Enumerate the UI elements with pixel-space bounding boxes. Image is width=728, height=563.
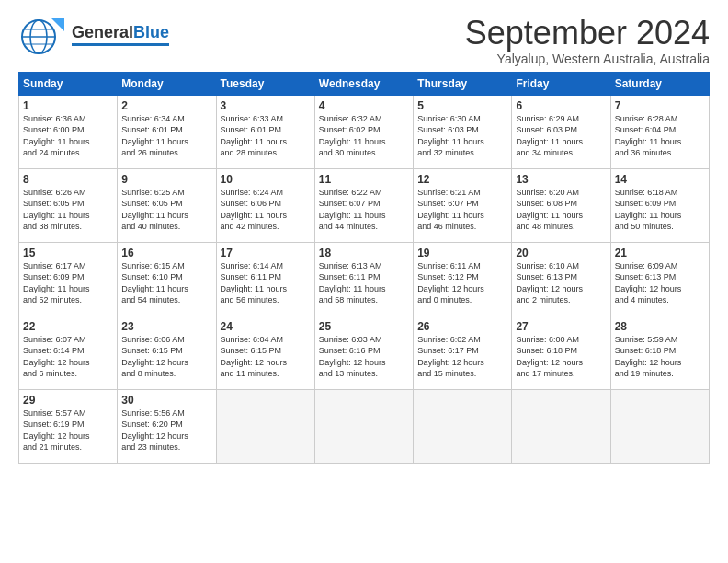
calendar-cell: 25Sunrise: 6:03 AM Sunset: 6:16 PM Dayli… [314,316,413,389]
location-subtitle: Yalyalup, Western Australia, Australia [465,52,710,66]
day-info: Sunrise: 5:57 AM Sunset: 6:19 PM Dayligh… [23,408,113,454]
day-info: Sunrise: 6:04 AM Sunset: 6:15 PM Dayligh… [221,334,311,380]
calendar-cell [414,389,512,463]
day-number: 21 [615,247,705,259]
day-info: Sunrise: 6:21 AM Sunset: 6:07 PM Dayligh… [417,187,507,233]
logo-general: General [72,23,133,41]
calendar-cell: 21Sunrise: 6:09 AM Sunset: 6:13 PM Dayli… [610,242,709,316]
calendar-cell [314,389,413,463]
day-info: Sunrise: 6:24 AM Sunset: 6:06 PM Dayligh… [221,187,311,233]
day-info: Sunrise: 6:17 AM Sunset: 6:09 PM Dayligh… [23,260,113,306]
calendar-cell: 28Sunrise: 5:59 AM Sunset: 6:18 PM Dayli… [610,316,709,389]
day-info: Sunrise: 6:33 AM Sunset: 6:01 PM Dayligh… [221,113,311,159]
calendar-week-row: 29Sunrise: 5:57 AM Sunset: 6:19 PM Dayli… [19,389,710,463]
calendar-week-row: 15Sunrise: 6:17 AM Sunset: 6:09 PM Dayli… [19,242,710,316]
logo: GeneralBlue [18,15,169,55]
calendar-cell: 22Sunrise: 6:07 AM Sunset: 6:14 PM Dayli… [19,316,118,389]
calendar-cell [512,389,610,463]
day-number: 6 [516,99,606,112]
calendar-cell: 10Sunrise: 6:24 AM Sunset: 6:06 PM Dayli… [216,168,314,242]
day-info: Sunrise: 6:02 AM Sunset: 6:17 PM Dayligh… [417,334,507,380]
calendar-cell: 11Sunrise: 6:22 AM Sunset: 6:07 PM Dayli… [314,168,413,242]
header-cell-wednesday: Wednesday [314,72,413,95]
day-info: Sunrise: 6:32 AM Sunset: 6:02 PM Dayligh… [319,113,409,159]
header-cell-tuesday: Tuesday [216,72,314,95]
calendar-week-row: 22Sunrise: 6:07 AM Sunset: 6:14 PM Dayli… [19,316,710,389]
header-cell-sunday: Sunday [19,72,118,95]
day-number: 8 [23,173,113,186]
calendar-cell: 6Sunrise: 6:29 AM Sunset: 6:03 PM Daylig… [512,95,610,168]
calendar-cell [610,389,709,463]
day-number: 1 [23,99,113,112]
day-info: Sunrise: 6:28 AM Sunset: 6:04 PM Dayligh… [615,113,705,159]
day-info: Sunrise: 6:25 AM Sunset: 6:05 PM Dayligh… [121,187,211,233]
calendar-cell: 3Sunrise: 6:33 AM Sunset: 6:01 PM Daylig… [216,95,314,168]
header-cell-friday: Friday [512,72,610,95]
calendar-cell: 29Sunrise: 5:57 AM Sunset: 6:19 PM Dayli… [19,389,118,463]
title-area: September 2024 Yalyalup, Western Austral… [465,15,710,66]
calendar-cell: 2Sunrise: 6:34 AM Sunset: 6:01 PM Daylig… [118,95,216,168]
day-number: 3 [221,99,311,112]
day-number: 27 [516,320,606,333]
calendar-cell: 4Sunrise: 6:32 AM Sunset: 6:02 PM Daylig… [314,95,413,168]
calendar-cell: 14Sunrise: 6:18 AM Sunset: 6:09 PM Dayli… [610,168,709,242]
day-number: 13 [516,173,606,186]
calendar-week-row: 1Sunrise: 6:36 AM Sunset: 6:00 PM Daylig… [19,95,710,168]
day-number: 24 [221,320,311,333]
header: GeneralBlue September 2024 Yalyalup, Wes… [18,15,710,66]
logo-underline [72,43,169,46]
day-info: Sunrise: 6:00 AM Sunset: 6:18 PM Dayligh… [516,334,606,380]
calendar-cell: 24Sunrise: 6:04 AM Sunset: 6:15 PM Dayli… [216,316,314,389]
day-number: 29 [23,394,113,407]
day-number: 20 [516,247,606,259]
day-info: Sunrise: 6:30 AM Sunset: 6:03 PM Dayligh… [417,113,507,159]
day-number: 4 [319,99,409,112]
calendar-cell: 27Sunrise: 6:00 AM Sunset: 6:18 PM Dayli… [512,316,610,389]
day-number: 17 [221,247,311,259]
header-cell-saturday: Saturday [610,72,709,95]
calendar-cell: 18Sunrise: 6:13 AM Sunset: 6:11 PM Dayli… [314,242,413,316]
header-cell-thursday: Thursday [414,72,512,95]
calendar-cell: 30Sunrise: 5:56 AM Sunset: 6:20 PM Dayli… [118,389,216,463]
day-number: 15 [23,247,113,259]
day-number: 30 [121,394,211,407]
logo-icon [18,15,68,55]
calendar-cell: 5Sunrise: 6:30 AM Sunset: 6:03 PM Daylig… [414,95,512,168]
day-number: 14 [615,173,705,186]
calendar-cell: 9Sunrise: 6:25 AM Sunset: 6:05 PM Daylig… [118,168,216,242]
day-number: 2 [121,99,211,112]
day-info: Sunrise: 6:03 AM Sunset: 6:16 PM Dayligh… [319,334,409,380]
day-number: 10 [221,173,311,186]
day-info: Sunrise: 6:10 AM Sunset: 6:13 PM Dayligh… [516,260,606,306]
day-info: Sunrise: 6:36 AM Sunset: 6:00 PM Dayligh… [23,113,113,159]
day-info: Sunrise: 6:22 AM Sunset: 6:07 PM Dayligh… [319,187,409,233]
header-cell-monday: Monday [118,72,216,95]
calendar-table: SundayMondayTuesdayWednesdayThursdayFrid… [18,72,710,464]
calendar-cell: 15Sunrise: 6:17 AM Sunset: 6:09 PM Dayli… [19,242,118,316]
calendar-cell: 13Sunrise: 6:20 AM Sunset: 6:08 PM Dayli… [512,168,610,242]
calendar-cell: 16Sunrise: 6:15 AM Sunset: 6:10 PM Dayli… [118,242,216,316]
day-info: Sunrise: 6:15 AM Sunset: 6:10 PM Dayligh… [121,260,211,306]
day-info: Sunrise: 5:56 AM Sunset: 6:20 PM Dayligh… [121,408,211,454]
day-number: 11 [319,173,409,186]
day-info: Sunrise: 6:20 AM Sunset: 6:08 PM Dayligh… [516,187,606,233]
day-info: Sunrise: 6:34 AM Sunset: 6:01 PM Dayligh… [121,113,211,159]
day-info: Sunrise: 6:06 AM Sunset: 6:15 PM Dayligh… [121,334,211,380]
calendar-cell: 1Sunrise: 6:36 AM Sunset: 6:00 PM Daylig… [19,95,118,168]
day-number: 19 [417,247,507,259]
day-info: Sunrise: 6:26 AM Sunset: 6:05 PM Dayligh… [23,187,113,233]
calendar-cell: 12Sunrise: 6:21 AM Sunset: 6:07 PM Dayli… [414,168,512,242]
calendar-cell: 8Sunrise: 6:26 AM Sunset: 6:05 PM Daylig… [19,168,118,242]
calendar-cell [216,389,314,463]
month-title: September 2024 [465,15,710,52]
day-info: Sunrise: 6:09 AM Sunset: 6:13 PM Dayligh… [615,260,705,306]
day-info: Sunrise: 5:59 AM Sunset: 6:18 PM Dayligh… [615,334,705,380]
day-number: 23 [121,320,211,333]
calendar-week-row: 8Sunrise: 6:26 AM Sunset: 6:05 PM Daylig… [19,168,710,242]
day-info: Sunrise: 6:18 AM Sunset: 6:09 PM Dayligh… [615,187,705,233]
day-number: 18 [319,247,409,259]
calendar-cell: 7Sunrise: 6:28 AM Sunset: 6:04 PM Daylig… [610,95,709,168]
day-number: 25 [319,320,409,333]
day-number: 9 [121,173,211,186]
day-number: 16 [121,247,211,259]
